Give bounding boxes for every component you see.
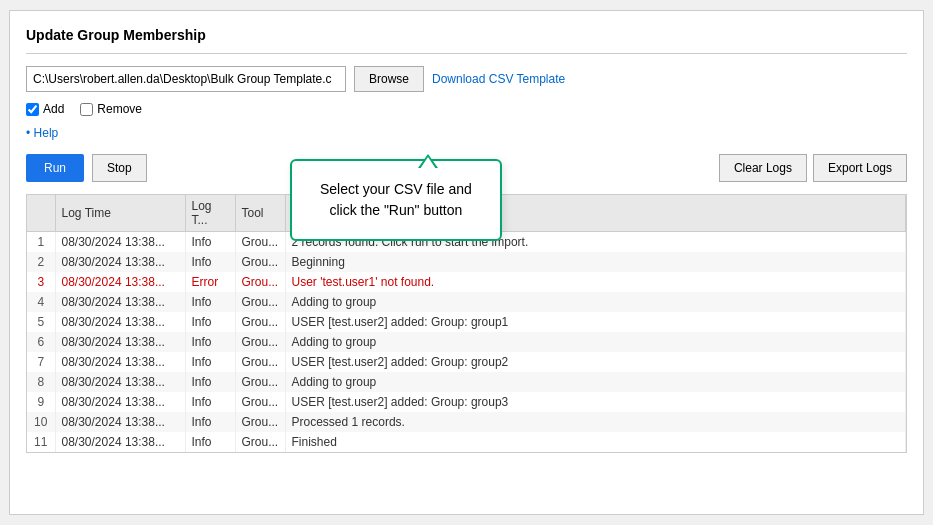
cell-logt: Info [185, 372, 235, 392]
cell-num: 9 [27, 392, 55, 412]
cell-logtime: 08/30/2024 13:38... [55, 312, 185, 332]
cell-logt: Info [185, 352, 235, 372]
file-path-input[interactable] [26, 66, 346, 92]
cell-num: 7 [27, 352, 55, 372]
browse-button[interactable]: Browse [354, 66, 424, 92]
table-row: 3 08/30/2024 13:38... Error Grou... User… [27, 272, 906, 292]
table-row: 7 08/30/2024 13:38... Info Grou... USER … [27, 352, 906, 372]
add-checkbox[interactable] [26, 103, 39, 116]
cell-message: Adding to group [285, 292, 906, 312]
table-row: 6 08/30/2024 13:38... Info Grou... Addin… [27, 332, 906, 352]
cell-num: 11 [27, 432, 55, 452]
col-header-logtime: Log Time [55, 195, 185, 232]
col-header-logt: Log T... [185, 195, 235, 232]
cell-logtime: 08/30/2024 13:38... [55, 432, 185, 452]
table-row: 10 08/30/2024 13:38... Info Grou... Proc… [27, 412, 906, 432]
main-window: Update Group Membership Browse Download … [9, 10, 924, 515]
cell-num: 2 [27, 252, 55, 272]
cell-message: Processed 1 records. [285, 412, 906, 432]
cell-logtime: 08/30/2024 13:38... [55, 372, 185, 392]
cell-message: User 'test.user1' not found. [285, 272, 906, 292]
add-checkbox-label[interactable]: Add [26, 102, 64, 116]
left-buttons: Run Stop [26, 154, 147, 182]
remove-label: Remove [97, 102, 142, 116]
table-row: 9 08/30/2024 13:38... Info Grou... USER … [27, 392, 906, 412]
cell-logtime: 08/30/2024 13:38... [55, 252, 185, 272]
cell-tool: Grou... [235, 432, 285, 452]
cell-logtime: 08/30/2024 13:38... [55, 232, 185, 253]
cell-num: 8 [27, 372, 55, 392]
table-row: 5 08/30/2024 13:38... Info Grou... USER … [27, 312, 906, 332]
cell-num: 10 [27, 412, 55, 432]
table-row: 4 08/30/2024 13:38... Info Grou... Addin… [27, 292, 906, 312]
cell-logt: Info [185, 392, 235, 412]
cell-message: Beginning [285, 252, 906, 272]
run-button[interactable]: Run [26, 154, 84, 182]
cell-logtime: 08/30/2024 13:38... [55, 272, 185, 292]
cell-logtime: 08/30/2024 13:38... [55, 412, 185, 432]
cell-message: USER [test.user2] added: Group: group1 [285, 312, 906, 332]
file-row: Browse Download CSV Template [26, 66, 907, 92]
cell-tool: Grou... [235, 292, 285, 312]
cell-logtime: 08/30/2024 13:38... [55, 392, 185, 412]
cell-tool: Grou... [235, 332, 285, 352]
window-title: Update Group Membership [26, 27, 907, 43]
stop-button[interactable]: Stop [92, 154, 147, 182]
cell-message: Finished [285, 432, 906, 452]
checkbox-row: Add Remove [26, 102, 907, 116]
tooltip-text: Select your CSV file and click the "Run"… [320, 181, 472, 218]
cell-message: USER [test.user2] added: Group: group3 [285, 392, 906, 412]
cell-logt: Info [185, 432, 235, 452]
add-label: Add [43, 102, 64, 116]
cell-tool: Grou... [235, 272, 285, 292]
cell-logt: Error [185, 272, 235, 292]
cell-logt: Info [185, 312, 235, 332]
cell-logt: Info [185, 412, 235, 432]
cell-logtime: 08/30/2024 13:38... [55, 332, 185, 352]
cell-tool: Grou... [235, 392, 285, 412]
cell-num: 5 [27, 312, 55, 332]
cell-logt: Info [185, 332, 235, 352]
cell-tool: Grou... [235, 232, 285, 253]
cell-logt: Info [185, 232, 235, 253]
clear-logs-button[interactable]: Clear Logs [719, 154, 807, 182]
help-link[interactable]: • Help [26, 126, 907, 140]
remove-checkbox-label[interactable]: Remove [80, 102, 142, 116]
export-logs-button[interactable]: Export Logs [813, 154, 907, 182]
title-divider [26, 53, 907, 54]
table-row: 8 08/30/2024 13:38... Info Grou... Addin… [27, 372, 906, 392]
cell-tool: Grou... [235, 372, 285, 392]
cell-tool: Grou... [235, 412, 285, 432]
right-buttons: Clear Logs Export Logs [719, 154, 907, 182]
cell-message: Adding to group [285, 372, 906, 392]
log-table-body: 1 08/30/2024 13:38... Info Grou... 2 rec… [27, 232, 906, 453]
cell-tool: Grou... [235, 252, 285, 272]
cell-message: Adding to group [285, 332, 906, 352]
cell-logt: Info [185, 252, 235, 272]
remove-checkbox[interactable] [80, 103, 93, 116]
cell-num: 1 [27, 232, 55, 253]
tooltip-arrow-inner [420, 157, 436, 169]
download-csv-link[interactable]: Download CSV Template [432, 72, 565, 86]
cell-num: 6 [27, 332, 55, 352]
col-header-tool: Tool [235, 195, 285, 232]
table-row: 2 08/30/2024 13:38... Info Grou... Begin… [27, 252, 906, 272]
col-header-num [27, 195, 55, 232]
cell-logtime: 08/30/2024 13:38... [55, 292, 185, 312]
cell-tool: Grou... [235, 352, 285, 372]
tooltip-box: Select your CSV file and click the "Run"… [290, 159, 502, 241]
cell-tool: Grou... [235, 312, 285, 332]
cell-num: 4 [27, 292, 55, 312]
cell-logtime: 08/30/2024 13:38... [55, 352, 185, 372]
table-row: 11 08/30/2024 13:38... Info Grou... Fini… [27, 432, 906, 452]
cell-logt: Info [185, 292, 235, 312]
cell-num: 3 [27, 272, 55, 292]
cell-message: USER [test.user2] added: Group: group2 [285, 352, 906, 372]
